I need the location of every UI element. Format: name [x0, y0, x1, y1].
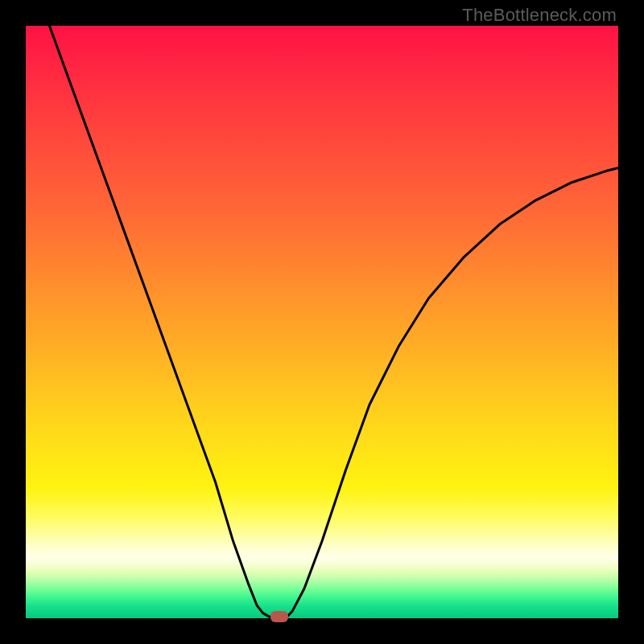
curve-overlay [26, 26, 618, 618]
plot-area [26, 26, 618, 618]
curve-right-branch [287, 168, 618, 617]
chart-frame: TheBottleneck.com [0, 0, 644, 644]
watermark-text: TheBottleneck.com [462, 5, 617, 26]
curve-left-branch [49, 26, 271, 617]
minimum-marker [270, 611, 288, 622]
